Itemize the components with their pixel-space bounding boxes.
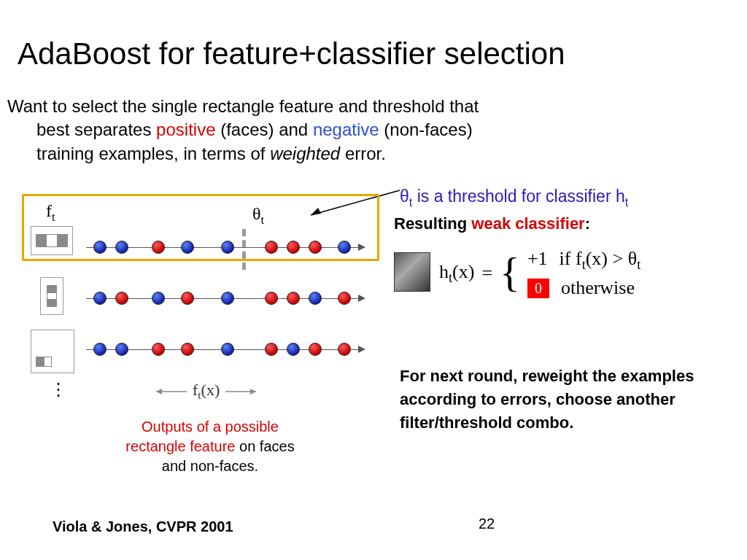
red-dot <box>115 292 128 305</box>
red-dot <box>287 292 300 305</box>
blue-dot <box>221 241 234 254</box>
theta-label: θt <box>252 204 264 228</box>
slide-title: AdaBoost for feature+classifier selectio… <box>18 36 565 71</box>
next-round-note: For next round, reweight the examples ac… <box>400 365 743 435</box>
selection-highlight-box <box>22 194 379 261</box>
wk-a: Resulting <box>394 214 471 233</box>
red-dot <box>309 343 322 356</box>
f-lhs-b: (x) <box>452 261 474 282</box>
weak-classifier-heading: Resulting weak classifier: <box>394 214 590 233</box>
tn-b: is a threshold for classifier h <box>412 187 624 206</box>
red-dot <box>265 241 278 254</box>
blue-dot <box>221 292 234 305</box>
red-dot <box>181 343 194 356</box>
f-lhs-a: h <box>439 261 449 282</box>
threshold-marker <box>242 229 246 270</box>
classifier-formula: ht(x) = { +1 if ft(x) > θt 0 otherwise <box>394 248 640 299</box>
red-dot <box>181 292 194 305</box>
blue-dot <box>93 343 107 356</box>
red-dot <box>338 292 351 305</box>
negative-word: negative <box>313 120 379 139</box>
svg-marker-3 <box>156 389 162 394</box>
haar-feature-2 <box>40 277 63 315</box>
ftx-axis-label: ft(x) <box>152 381 260 402</box>
ft-label: ft <box>46 201 55 225</box>
intro-paragraph: Want to select the single rectangle feat… <box>7 95 533 166</box>
intro-text: training examples, in terms of <box>36 144 270 163</box>
wk-b: weak classifier <box>471 214 584 233</box>
blue-dot <box>115 343 128 356</box>
red-dot <box>265 292 278 305</box>
intro-text: (non-faces) <box>379 120 473 139</box>
red-dot <box>265 343 278 356</box>
face-thumbnail-icon <box>394 252 430 292</box>
blue-dot <box>181 241 194 254</box>
f-if: if f <box>560 248 582 269</box>
ft-sub: t <box>52 210 55 224</box>
ftx-tail: (x) <box>201 381 220 399</box>
page-number: 22 <box>479 516 495 532</box>
blue-dot <box>152 292 165 305</box>
f-if-t: (x) > θ <box>586 248 637 269</box>
vertical-ellipsis-icon: ⋮ <box>50 379 67 400</box>
positive-word: positive <box>156 120 215 139</box>
ft-text: f <box>46 201 52 220</box>
diagram-caption: Outputs of a possible rectangle feature … <box>115 417 305 476</box>
f-otherwise: otherwise <box>561 277 635 299</box>
f-plus1: +1 <box>527 248 548 270</box>
intro-text: best separates <box>36 120 156 139</box>
blue-dot <box>93 292 107 305</box>
red-dot <box>152 241 165 254</box>
f-if-s2: t <box>637 257 640 272</box>
red-dot <box>309 241 322 254</box>
intro-text: (faces) and <box>215 120 312 139</box>
tn-a: θ <box>400 187 409 206</box>
blue-dot <box>115 241 128 254</box>
blue-dot <box>93 241 107 254</box>
blue-dot <box>221 343 234 356</box>
blue-dot <box>309 292 322 305</box>
haar-feature-3 <box>31 330 74 373</box>
red-dot <box>152 343 165 356</box>
f-eq: = <box>481 262 492 284</box>
red-dot <box>338 343 351 356</box>
tn-s2: t <box>625 195 628 209</box>
haar-feature-1 <box>31 226 73 255</box>
svg-marker-5 <box>250 389 256 394</box>
threshold-note: θt is a threshold for classifier ht <box>400 187 628 209</box>
blue-dot <box>287 343 300 356</box>
intro-text: error. <box>340 144 386 163</box>
f-zero-badge: 0 <box>527 279 549 298</box>
blue-dot <box>338 241 351 254</box>
theta-sub: t <box>261 213 265 227</box>
weighted-word: weighted <box>270 144 340 163</box>
red-dot <box>287 241 300 254</box>
theta-text: θ <box>252 204 261 223</box>
wk-c: : <box>585 214 590 233</box>
citation: Viola & Jones, CVPR 2001 <box>53 518 233 535</box>
intro-line1: Want to select the single rectangle feat… <box>7 96 479 116</box>
